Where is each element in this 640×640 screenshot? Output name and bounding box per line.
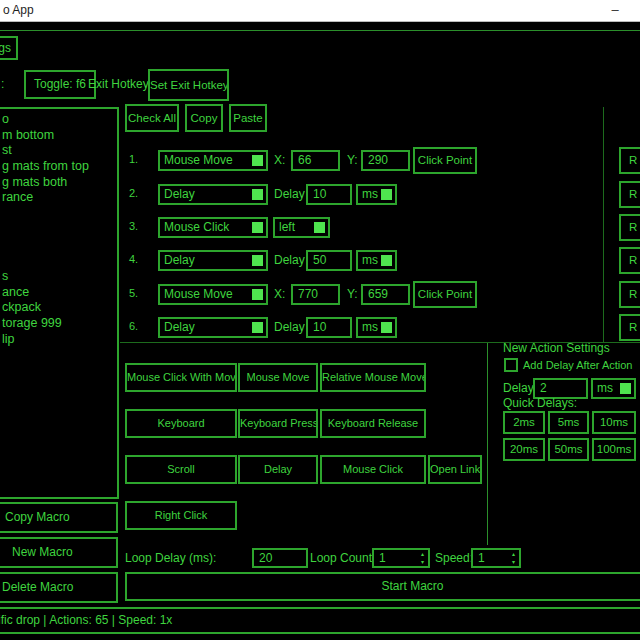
- quick-delay-5ms-button[interactable]: 5ms: [548, 411, 589, 434]
- action-type-select[interactable]: Mouse Move: [158, 284, 268, 305]
- macro-list-item[interactable]: m bottom: [2, 128, 117, 144]
- dropdown-square-icon: [252, 322, 263, 333]
- tab-settings[interactable]: gs: [0, 36, 18, 60]
- macro-list[interactable]: o m bottom st g mats from top g mats bot…: [0, 107, 119, 499]
- action-type-select[interactable]: Mouse Click: [158, 217, 268, 238]
- macro-list-item[interactable]: [2, 253, 117, 269]
- add-keyboard-button[interactable]: Keyboard: [125, 409, 237, 438]
- add-mouse-click-button[interactable]: Mouse Click: [320, 455, 426, 484]
- delay-unit-select[interactable]: ms: [356, 317, 397, 338]
- start-macro-button[interactable]: Start Macro: [125, 572, 640, 601]
- quick-delay-20ms-button[interactable]: 20ms: [503, 438, 545, 461]
- delay-input[interactable]: 50: [306, 250, 352, 271]
- add-delay-checkbox[interactable]: [504, 358, 518, 372]
- action-type-select[interactable]: Delay: [158, 250, 268, 271]
- remove-label-fragment: R: [629, 283, 637, 306]
- add-keyboard-press-button[interactable]: Keyboard Press: [238, 409, 318, 438]
- window-title: o App: [3, 3, 34, 17]
- tabstrip-top-line: [0, 30, 640, 31]
- x-input[interactable]: 66: [291, 150, 340, 171]
- delete-macro-button[interactable]: Delete Macro: [0, 572, 118, 603]
- dropdown-square-icon: [252, 289, 263, 300]
- x-input[interactable]: 770: [291, 284, 340, 305]
- remove-action-button[interactable]: R: [619, 147, 640, 174]
- spinner-arrows-icon[interactable]: ▴▾: [512, 550, 515, 566]
- macro-list-item[interactable]: rance: [2, 190, 117, 206]
- remove-action-button[interactable]: R: [619, 181, 640, 208]
- quick-delay-10ms-button[interactable]: 10ms: [592, 411, 636, 434]
- macro-list-item[interactable]: torage 999: [2, 316, 117, 332]
- add-right-click-button[interactable]: Right Click: [125, 501, 237, 530]
- delay-input[interactable]: 10: [306, 184, 352, 205]
- macro-list-item[interactable]: ckpack: [2, 300, 117, 316]
- macro-list-item[interactable]: [2, 222, 117, 238]
- macro-list-item[interactable]: g mats from top: [2, 159, 117, 175]
- add-mouse-click-with-move-button[interactable]: Mouse Click With Move: [125, 363, 237, 392]
- dropdown-square-icon: [314, 222, 325, 233]
- add-open-link-button[interactable]: Open Link: [428, 455, 482, 484]
- action-type-select[interactable]: Delay: [158, 184, 268, 205]
- paste-button[interactable]: Paste: [229, 104, 267, 132]
- loop-delay-input[interactable]: 20: [252, 548, 308, 568]
- quick-delay-50ms-button[interactable]: 50ms: [548, 438, 589, 461]
- remove-action-button[interactable]: R: [619, 247, 640, 274]
- quick-delays-label: Quick Delays:: [503, 396, 577, 410]
- click-point-button[interactable]: Click Point: [413, 147, 477, 174]
- copy-button[interactable]: Copy: [185, 104, 223, 132]
- y-label: Y:: [347, 153, 358, 167]
- remove-action-button[interactable]: R: [619, 314, 640, 341]
- titlebar: o App –: [0, 0, 640, 22]
- macro-list-item[interactable]: o: [2, 112, 117, 128]
- remove-action-button[interactable]: R: [619, 214, 640, 241]
- delay-input[interactable]: 10: [306, 317, 352, 338]
- macro-list-item[interactable]: g mats both: [2, 175, 117, 191]
- add-scroll-button[interactable]: Scroll: [125, 455, 237, 484]
- quick-delay-100ms-button[interactable]: 100ms: [592, 438, 636, 461]
- exit-hotkey-label: Exit Hotkey:: [88, 70, 152, 99]
- action-type-select[interactable]: Delay: [158, 317, 268, 338]
- remove-label-fragment: R: [629, 249, 637, 272]
- add-delay-checkbox-label: Add Delay After Action: [523, 358, 632, 372]
- add-relative-mouse-move-button[interactable]: Relative Mouse Move: [320, 363, 426, 392]
- delay-unit-value: ms: [362, 320, 378, 334]
- add-keyboard-release-button[interactable]: Keyboard Release: [320, 409, 426, 438]
- speed-stepper[interactable]: 1 ▴▾: [471, 548, 521, 568]
- speed-value: 1: [478, 551, 485, 565]
- minimize-button[interactable]: –: [600, 0, 630, 22]
- action-type-select[interactable]: Mouse Move: [158, 150, 268, 171]
- loop-count-stepper[interactable]: 1 ▴▾: [372, 548, 430, 568]
- delay-unit-select[interactable]: ms: [356, 184, 397, 205]
- macro-list-item[interactable]: [2, 238, 117, 254]
- loop-count-value: 1: [379, 551, 386, 565]
- dropdown-square-icon: [252, 255, 263, 266]
- add-delay-button[interactable]: Delay: [238, 455, 318, 484]
- x-label: X:: [274, 153, 285, 167]
- click-point-button[interactable]: Click Point: [413, 281, 477, 308]
- remove-action-button[interactable]: R: [619, 281, 640, 308]
- macro-list-item[interactable]: ance: [2, 285, 117, 301]
- y-input[interactable]: 290: [361, 150, 410, 171]
- mouse-button-select[interactable]: left: [273, 217, 330, 238]
- quick-delay-2ms-button[interactable]: 2ms: [503, 411, 545, 434]
- delay-unit-value: ms: [362, 253, 378, 267]
- settings-delay-unit-select[interactable]: ms: [591, 378, 636, 399]
- settings-divider-line: [487, 343, 488, 545]
- delay-unit-select[interactable]: ms: [356, 250, 397, 271]
- mouse-button-value: left: [279, 220, 295, 234]
- macro-list-item[interactable]: lip: [2, 332, 117, 348]
- x-label: X:: [274, 287, 285, 301]
- delay-label: Delay: [274, 187, 305, 201]
- y-input[interactable]: 659: [361, 284, 410, 305]
- settings-delay-unit-value: ms: [597, 381, 613, 395]
- row-number: 1.: [129, 153, 138, 165]
- new-macro-button[interactable]: New Macro: [0, 537, 118, 568]
- copy-macro-button[interactable]: Copy Macro: [0, 502, 118, 533]
- set-exit-hotkey-button[interactable]: Set Exit Hotkey: [148, 69, 229, 101]
- check-all-button[interactable]: Check All: [125, 104, 179, 132]
- add-mouse-move-button[interactable]: Mouse Move: [238, 363, 318, 392]
- macro-list-item[interactable]: s: [2, 269, 117, 285]
- toggle-hotkey-button[interactable]: Toggle: f6: [24, 70, 96, 99]
- spinner-arrows-icon[interactable]: ▴▾: [421, 550, 424, 566]
- macro-list-item[interactable]: st: [2, 143, 117, 159]
- macro-list-item[interactable]: [2, 206, 117, 222]
